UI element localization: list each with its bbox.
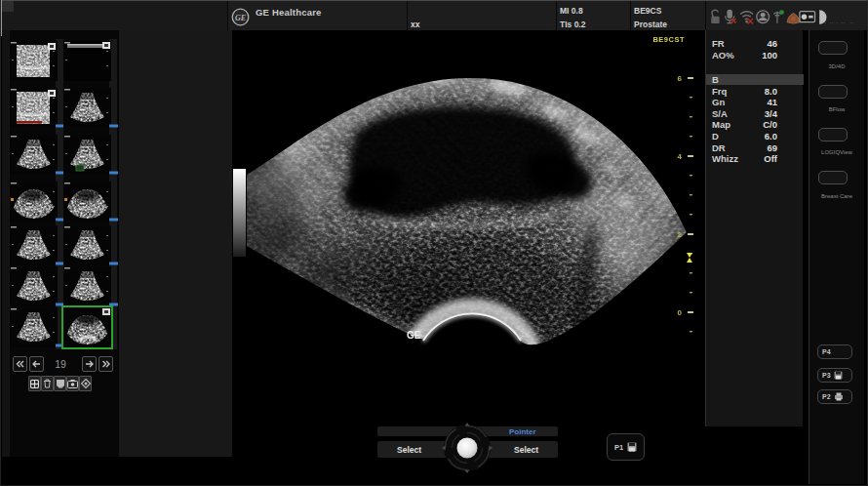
svg-text:4: 4 (678, 152, 683, 161)
svg-text:0: 0 (678, 308, 683, 317)
svg-text:2: 2 (678, 230, 683, 239)
svg-text:GE: GE (235, 14, 246, 22)
svg-text:GE: GE (407, 330, 421, 341)
svg-text:6: 6 (678, 74, 683, 83)
svg-text:BE9CST: BE9CST (652, 35, 685, 44)
